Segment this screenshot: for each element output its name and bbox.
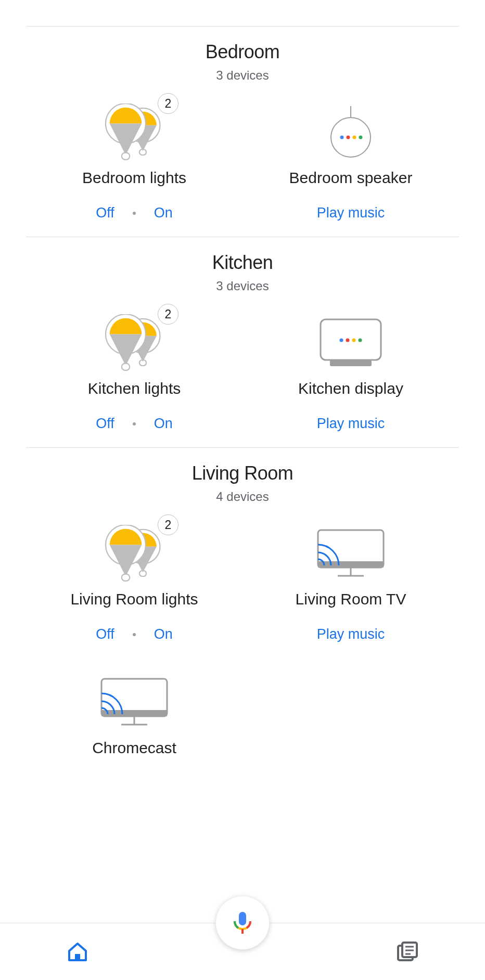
google-mini-icon	[327, 104, 374, 161]
device-name: Bedroom lights	[31, 169, 237, 187]
device-tile-kitchen-display[interactable]: Kitchen display Play music	[242, 309, 459, 432]
device-name: Kitchen lights	[31, 380, 237, 397]
room-section-kitchen: Kitchen 3 devices 2 Kitchen lights Off O…	[26, 237, 459, 447]
cast-tv-icon	[100, 678, 168, 727]
room-subtitle: 3 devices	[26, 279, 459, 293]
device-count-badge: 2	[158, 304, 178, 325]
on-button[interactable]: On	[136, 205, 191, 221]
device-tile-bedroom-lights[interactable]: 2 Bedroom lights Off On	[26, 98, 242, 221]
device-tile-living-room-lights[interactable]: 2 Living Room lights Off On	[26, 520, 242, 642]
device-name: Living Room lights	[31, 590, 237, 608]
device-count-badge: 2	[158, 514, 178, 535]
device-name: Kitchen display	[248, 380, 454, 397]
device-name: Bedroom speaker	[248, 169, 454, 187]
device-tile-living-room-tv[interactable]: Living Room TV Play music	[242, 520, 459, 642]
feed-icon	[397, 942, 418, 962]
play-music-button[interactable]: Play music	[317, 416, 385, 432]
nav-feed-button[interactable]	[392, 936, 423, 968]
room-title[interactable]: Kitchen	[26, 252, 459, 274]
bulb-group-icon	[103, 525, 165, 582]
room-section-bedroom: Bedroom 3 devices 2 Bedroom lights Off O…	[26, 27, 459, 237]
empty-tile	[242, 668, 459, 757]
nest-hub-icon	[320, 318, 382, 368]
device-name: Chromecast	[31, 739, 237, 757]
room-subtitle: 3 devices	[26, 68, 459, 83]
assistant-mic-button[interactable]	[215, 896, 270, 950]
on-button[interactable]: On	[136, 416, 191, 432]
bulb-group-icon	[103, 104, 165, 161]
room-title[interactable]: Bedroom	[26, 41, 459, 63]
room-section-living-room: Living Room 4 devices 2 Living Room ligh…	[26, 448, 459, 772]
cast-tv-icon	[317, 529, 385, 578]
play-music-button[interactable]: Play music	[317, 626, 385, 642]
device-count-badge: 2	[158, 93, 178, 114]
room-title[interactable]: Living Room	[26, 462, 459, 484]
room-subtitle: 4 devices	[26, 489, 459, 504]
device-name: Living Room TV	[248, 590, 454, 608]
on-button[interactable]: On	[136, 626, 191, 642]
device-tile-chromecast[interactable]: Chromecast	[26, 668, 242, 757]
bulb-group-icon	[103, 314, 165, 371]
off-button[interactable]: Off	[78, 205, 133, 221]
off-button[interactable]: Off	[78, 416, 133, 432]
device-tile-bedroom-speaker[interactable]: Bedroom speaker Play music	[242, 98, 459, 221]
microphone-icon	[232, 911, 253, 935]
home-icon	[67, 942, 88, 962]
nav-home-button[interactable]	[62, 936, 93, 968]
off-button[interactable]: Off	[78, 626, 133, 642]
play-music-button[interactable]: Play music	[317, 205, 385, 221]
device-tile-kitchen-lights[interactable]: 2 Kitchen lights Off On	[26, 309, 242, 432]
